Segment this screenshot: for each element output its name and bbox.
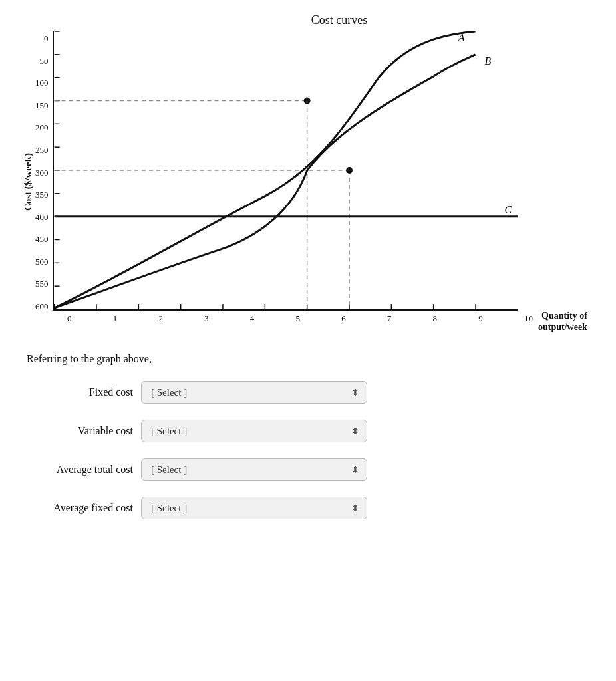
variable-cost-select-wrapper: [ Select ] Curve A Curve B Curve C ⬍	[141, 420, 367, 442]
curve-a-path	[54, 31, 475, 308]
fixed-cost-row: Fixed cost [ Select ] Curve A Curve B Cu…	[27, 381, 596, 404]
dot-a-x6	[303, 98, 310, 104]
intro-text: Referring to the graph above,	[27, 353, 596, 365]
avg-total-cost-select-wrapper: [ Select ] Curve A Curve B Curve C ⬍	[141, 458, 367, 481]
avg-fixed-cost-label: Average fixed cost	[27, 502, 133, 514]
fixed-cost-label: Fixed cost	[27, 386, 133, 398]
avg-total-cost-select[interactable]: [ Select ] Curve A Curve B Curve C	[141, 458, 367, 481]
questions-section: Referring to the graph above, Fixed cost…	[20, 353, 596, 519]
variable-cost-row: Variable cost [ Select ] Curve A Curve B…	[27, 420, 596, 442]
x-axis-label: Quantity ofoutput/week	[538, 311, 587, 333]
avg-fixed-cost-select-wrapper: [ Select ] Curve A Curve B Curve C ⬍	[141, 497, 367, 519]
avg-total-cost-label: Average total cost	[27, 464, 133, 476]
curve-b-path	[54, 55, 475, 308]
fixed-cost-select-wrapper: [ Select ] Curve A Curve B Curve C ⬍	[141, 381, 367, 404]
label-b: B	[484, 55, 491, 67]
cost-curves-svg: A B C	[53, 31, 518, 311]
y-axis-ticks: 600 550 500 450 400 350 300 250 200 150 …	[35, 31, 53, 311]
dot-b-x7	[346, 167, 353, 174]
chart-area: Cost curves Cost ($/week) 600 550 500 45…	[20, 13, 605, 333]
avg-fixed-cost-row: Average fixed cost [ Select ] Curve A Cu…	[27, 497, 596, 519]
chart-title: Cost curves	[73, 13, 605, 27]
label-a: A	[457, 32, 464, 43]
variable-cost-label: Variable cost	[27, 425, 133, 437]
x-axis-ticks: 0 1 2 3 4 5 6 7 8 9 10	[67, 311, 533, 324]
variable-cost-select[interactable]: [ Select ] Curve A Curve B Curve C	[141, 420, 367, 442]
avg-total-cost-row: Average total cost [ Select ] Curve A Cu…	[27, 458, 596, 481]
label-c: C	[504, 204, 512, 215]
y-axis-label: Cost ($/week)	[20, 153, 34, 211]
avg-fixed-cost-select[interactable]: [ Select ] Curve A Curve B Curve C	[141, 497, 367, 519]
fixed-cost-select[interactable]: [ Select ] Curve A Curve B Curve C	[141, 381, 367, 404]
